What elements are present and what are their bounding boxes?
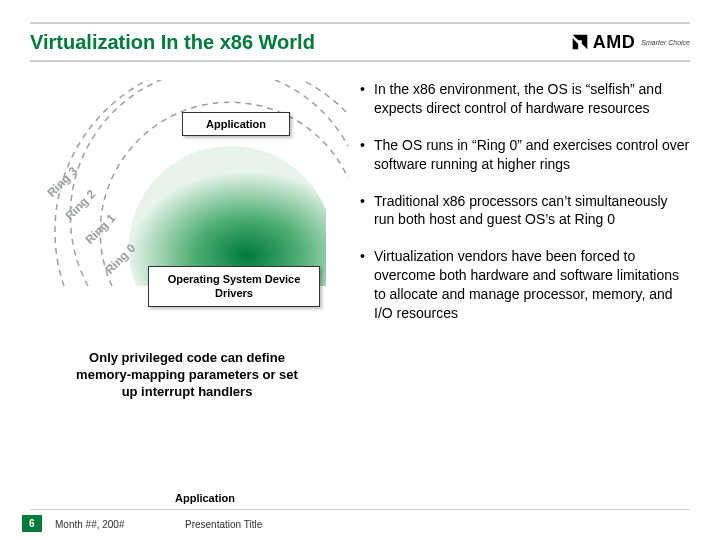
amd-logo-tagline: Smarter Choice (641, 39, 690, 46)
amd-logo: AMD Smarter Choice (569, 31, 690, 53)
bullet-item: In the x86 environment, the OS is “selfi… (360, 80, 690, 118)
footer-presentation-title: Presentation Title (185, 519, 262, 530)
page-number: 6 (22, 515, 42, 532)
privileged-code-text: Only privileged code can define memory-m… (72, 350, 302, 401)
amd-arrow-icon (569, 31, 591, 53)
title-bar: Virtualization In the x86 World AMD Smar… (30, 22, 690, 62)
diagram-column: Ring 3 Ring 2 Ring 1 Ring 0 Application … (0, 80, 360, 490)
os-drivers-box: Operating System Device Drivers (148, 266, 320, 307)
bullet-item: The OS runs in “Ring 0” and exercises co… (360, 136, 690, 174)
bullet-item: Traditional x86 processors can’t simulta… (360, 192, 690, 230)
application-box: Application (182, 112, 290, 136)
amd-logo-text: AMD (593, 32, 636, 53)
bullet-list: In the x86 environment, the OS is “selfi… (360, 80, 690, 323)
footer-date: Month ##, 200# (55, 519, 125, 530)
slide-title: Virtualization In the x86 World (30, 31, 315, 54)
footer-application: Application (175, 492, 235, 504)
ring-diagram: Ring 3 Ring 2 Ring 1 Ring 0 Application … (10, 80, 350, 340)
bullet-item: Virtualization vendors have been forced … (360, 247, 690, 323)
bullets-column: In the x86 environment, the OS is “selfi… (360, 80, 720, 490)
content-area: Ring 3 Ring 2 Ring 1 Ring 0 Application … (0, 80, 720, 490)
footer: Application 6 Month ##, 200# Presentatio… (0, 500, 720, 540)
footer-rule (30, 509, 690, 510)
